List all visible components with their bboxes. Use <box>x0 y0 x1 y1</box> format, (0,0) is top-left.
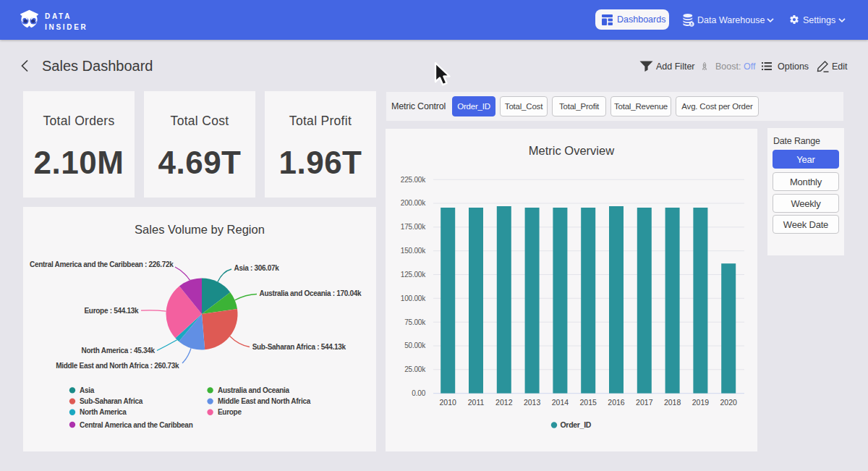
svg-text:Order_ID: Order_ID <box>561 420 592 429</box>
svg-text:2013: 2013 <box>524 398 541 407</box>
svg-text:Middle East and North Africa :: Middle East and North Africa : 260.73k <box>56 362 179 370</box>
svg-text:Asia: Asia <box>80 386 95 394</box>
svg-text:Sub-Saharan Africa : 544.13k: Sub-Saharan Africa : 544.13k <box>252 343 346 351</box>
svg-text:Middle East and North Africa: Middle East and North Africa <box>218 397 311 405</box>
svg-text:North America : 45.34k: North America : 45.34k <box>81 347 155 355</box>
svg-text:50.00k: 50.00k <box>404 341 426 349</box>
svg-text:0.00: 0.00 <box>412 389 425 397</box>
svg-text:2018: 2018 <box>664 398 681 407</box>
svg-text:Central America and the Caribb: Central America and the Caribbean <box>80 421 193 429</box>
svg-text:2014: 2014 <box>552 398 569 407</box>
svg-text:Sub-Saharan Africa: Sub-Saharan Africa <box>80 397 143 405</box>
svg-text:75.00k: 75.00k <box>404 318 426 326</box>
svg-text:Central America and the Caribb: Central America and the Caribbean : 226.… <box>30 260 174 268</box>
svg-text:2012: 2012 <box>495 398 513 407</box>
svg-text:Asia : 306.07k: Asia : 306.07k <box>234 264 280 272</box>
svg-text:150.00k: 150.00k <box>401 247 426 255</box>
svg-text:2011: 2011 <box>468 398 485 407</box>
svg-text:2020: 2020 <box>720 398 738 407</box>
svg-text:2010: 2010 <box>440 398 457 407</box>
svg-text:175.00k: 175.00k <box>401 223 426 231</box>
svg-text:225.00k: 225.00k <box>401 176 426 184</box>
svg-text:Australia and Oceania : 170.04: Australia and Oceania : 170.04k <box>260 289 362 297</box>
svg-text:200.00k: 200.00k <box>401 199 426 207</box>
svg-text:Europe: Europe <box>218 408 242 416</box>
svg-text:2015: 2015 <box>580 398 597 407</box>
svg-text:Europe : 544.13k: Europe : 544.13k <box>85 307 139 315</box>
svg-text:2016: 2016 <box>608 398 625 407</box>
svg-text:100.00k: 100.00k <box>401 294 426 302</box>
svg-text:Australia and Oceania: Australia and Oceania <box>218 386 289 394</box>
svg-text:125.00k: 125.00k <box>401 271 426 279</box>
svg-text:2017: 2017 <box>636 398 653 407</box>
svg-text:25.00k: 25.00k <box>404 365 426 373</box>
svg-text:2019: 2019 <box>692 398 710 407</box>
svg-text:North America: North America <box>80 408 127 416</box>
